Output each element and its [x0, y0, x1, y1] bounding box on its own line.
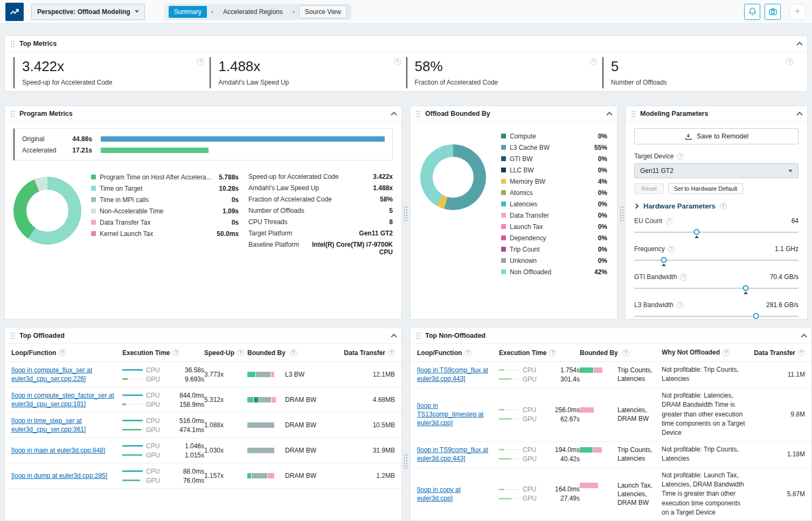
- panel-drag-handle[interactable]: [416, 110, 421, 118]
- program-metrics-body: Program Time on Host After Accelera...5.…: [5, 165, 401, 256]
- legend-swatch: [91, 209, 96, 213]
- splitter-handle[interactable]: [620, 206, 624, 221]
- bounded-by-label: DRAM BW: [285, 446, 316, 455]
- time-bar-row: Accelerated 17.21s: [22, 144, 385, 156]
- panel-header: Offload Bounded By: [411, 106, 617, 122]
- column-header[interactable]: Bounded By: [247, 349, 334, 357]
- help-icon[interactable]: [720, 203, 727, 210]
- column-header[interactable]: Bounded By: [580, 349, 662, 357]
- offload-bounded-by-panel: Offload Bounded By Compute0% L3 Cache BW…: [410, 106, 617, 319]
- help-icon[interactable]: [677, 153, 684, 160]
- panel-drag-handle[interactable]: [10, 110, 15, 118]
- help-icon[interactable]: [549, 349, 556, 356]
- panel-drag-handle[interactable]: [631, 110, 636, 118]
- collapse-chevron-icon[interactable]: [391, 112, 397, 117]
- column-header[interactable]: Loop/Function: [417, 349, 499, 357]
- help-icon[interactable]: [394, 58, 401, 65]
- advisor-logo-icon[interactable]: [5, 3, 24, 21]
- slider-frequency: Frequency1.1 GHz: [634, 245, 799, 266]
- column-header[interactable]: Speed-Up: [204, 349, 247, 357]
- loop-link[interactable]: [loop in main at euler3d.cpp:848]: [11, 446, 105, 455]
- loop-link[interactable]: [loop in compute_step_factor_ser at eule…: [11, 391, 117, 408]
- help-icon[interactable]: [464, 349, 471, 356]
- column-header[interactable]: Loop/Function: [11, 349, 122, 357]
- panel-drag-handle[interactable]: [10, 332, 15, 340]
- save-to-remodel-button[interactable]: Save to Remodel: [634, 128, 799, 144]
- loop-link[interactable]: [loop in TS9comp_flux at euler3d.cpp:443…: [417, 366, 494, 383]
- slider-track[interactable]: [634, 256, 799, 266]
- help-icon[interactable]: [197, 58, 204, 65]
- column-header[interactable]: Why Not Offloaded: [662, 348, 753, 357]
- tab-summary[interactable]: Summary: [169, 6, 207, 18]
- reset-button[interactable]: Reset: [634, 183, 664, 194]
- detail-row: Speed-up for Accelerated Code3.422x: [248, 171, 393, 183]
- slider-thumb[interactable]: [743, 285, 749, 291]
- panel-drag-handle[interactable]: [10, 40, 15, 48]
- legend-item: Dependency0%: [501, 232, 607, 244]
- help-icon[interactable]: [723, 349, 730, 356]
- panel-title: Top Non-Offloaded: [425, 332, 485, 339]
- bounded-by-label: Latencies, DRAM BW: [617, 406, 658, 423]
- slider-track[interactable]: [634, 228, 799, 238]
- help-icon[interactable]: [590, 58, 597, 65]
- collapse-chevron-icon[interactable]: [801, 334, 807, 339]
- legend-swatch: [91, 220, 96, 225]
- slider-track[interactable]: [634, 312, 799, 319]
- help-icon[interactable]: [665, 218, 672, 225]
- bounded-by-label: DRAM BW: [285, 395, 316, 404]
- original-time-bar: [101, 136, 385, 142]
- help-icon[interactable]: [290, 349, 297, 356]
- collapse-chevron-icon[interactable]: [796, 41, 802, 47]
- time-bar-row: Original 44.86s: [22, 133, 385, 144]
- notifications-button[interactable]: [744, 4, 760, 20]
- target-device-select[interactable]: Gen11 GT2: [634, 163, 799, 178]
- column-header[interactable]: Data Transfer: [753, 349, 805, 357]
- column-header[interactable]: Data Transfer: [334, 349, 395, 357]
- loop-link[interactable]: [loop in TS9comp_flux at euler3d.cpp:443…: [417, 446, 494, 463]
- column-header[interactable]: Execution Time: [122, 349, 204, 357]
- legend-item: Atomics0%: [501, 187, 607, 198]
- bar-label: Original: [22, 135, 64, 143]
- snapshot-button[interactable]: [765, 4, 781, 20]
- loop-link[interactable]: [loop in compute_flux_ser at euler3d_cpu…: [11, 366, 117, 383]
- tab-source-view[interactable]: Source View: [299, 5, 347, 18]
- help-icon[interactable]: [59, 349, 66, 356]
- tab-accelerated-regions[interactable]: Accelerated Regions: [218, 6, 288, 18]
- slider-thumb[interactable]: [661, 257, 667, 263]
- column-header[interactable]: Execution Time: [499, 349, 580, 357]
- help-icon[interactable]: [668, 246, 675, 253]
- slider-thumb[interactable]: [753, 313, 759, 319]
- splitter-handle[interactable]: [404, 454, 408, 469]
- help-icon[interactable]: [677, 302, 684, 309]
- loop-link[interactable]: [loop in copy at euler3d.cpp]: [417, 485, 494, 503]
- loop-link[interactable]: [loop in TS13comp_timestep at euler3d.cp…: [417, 401, 494, 428]
- slider-track[interactable]: [634, 284, 799, 294]
- offload-bounded-by-body: Compute0% L3 Cache BW55% GTI BW0% LLC BW…: [411, 122, 617, 277]
- slider-thumb[interactable]: [693, 229, 699, 235]
- collapse-chevron-icon[interactable]: [391, 334, 397, 339]
- collapse-chevron-icon[interactable]: [606, 112, 612, 117]
- legend-swatch: [91, 197, 96, 202]
- perspective-dropdown[interactable]: Perspective: Offload Modeling: [31, 4, 145, 20]
- help-icon[interactable]: [172, 349, 179, 356]
- add-button[interactable]: [789, 4, 806, 20]
- set-hardware-default-button[interactable]: Set to Hardware Default: [668, 183, 743, 194]
- help-icon[interactable]: [798, 349, 805, 356]
- hardware-parameters-expander[interactable]: Hardware Parameters: [634, 202, 799, 210]
- loop-link[interactable]: [loop in time_step_ser at euler3d_cpu_se…: [11, 416, 117, 434]
- help-icon[interactable]: [237, 349, 244, 356]
- data-transfer-value: 10.5MB: [334, 421, 395, 429]
- help-icon[interactable]: [786, 58, 793, 65]
- target-device-label: Target Device: [634, 152, 799, 160]
- target-device-value: Gen11 GT2: [640, 167, 674, 175]
- help-icon[interactable]: [680, 274, 687, 281]
- legend-item: L3 Cache BW55%: [501, 142, 607, 153]
- panel-header: Top Non-Offloaded: [411, 328, 811, 344]
- cpu-time-bar: [122, 418, 143, 423]
- collapse-chevron-icon[interactable]: [796, 112, 802, 117]
- panel-drag-handle[interactable]: [416, 332, 421, 340]
- splitter-handle[interactable]: [404, 206, 408, 221]
- loop-link[interactable]: [loop in dump at euler3d.cpp:285]: [11, 471, 107, 480]
- help-icon[interactable]: [622, 349, 629, 356]
- help-icon[interactable]: [388, 349, 395, 356]
